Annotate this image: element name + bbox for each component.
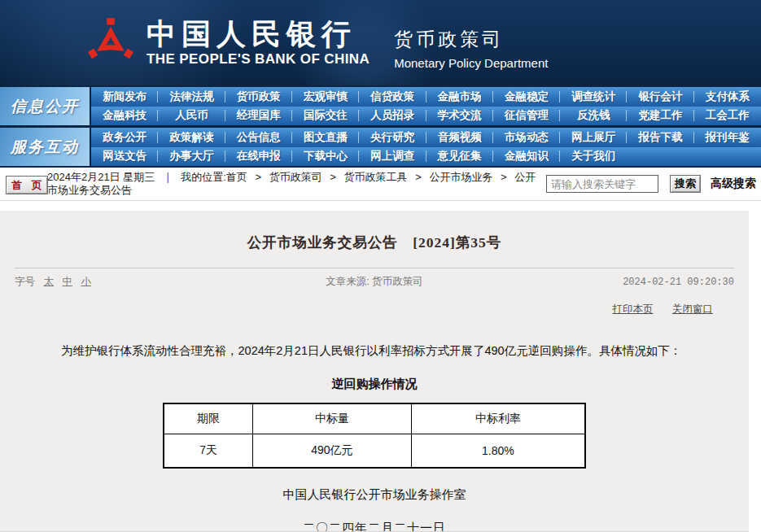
- font-size-medium-link[interactable]: 中: [62, 276, 72, 287]
- signature-date: 二〇二四年二月二十一日: [0, 521, 749, 532]
- breadcrumb-separator: >: [255, 171, 261, 183]
- breadcrumb: 2024年2月21日 星期三 ｜ 我的位置:首页 > 货币政策司 > 货币政策工…: [47, 171, 543, 197]
- nav-item-macroprudential[interactable]: 宏观审慎: [292, 87, 359, 107]
- nav-item-news[interactable]: 新闻发布: [91, 87, 158, 107]
- search-area: 搜索 高级搜索: [546, 175, 756, 193]
- nav-item-feedback[interactable]: 意见征集: [426, 147, 493, 167]
- page-title: 公开市场业务交易公告 [2024]第35号: [0, 211, 749, 252]
- nav-item-download-center[interactable]: 下载中心: [292, 147, 359, 167]
- nav-item-statistics[interactable]: 调查统计: [560, 87, 627, 107]
- nav-item-party-building[interactable]: 党建工作: [627, 107, 693, 126]
- site-banner: 中国人民银行 THE PEOPLE'S BANK OF CHINA 货币政策司 …: [0, 0, 761, 85]
- nav-item-credit-policy[interactable]: 信贷政策: [359, 87, 426, 107]
- nav-row: 金融科技 人民币 经理国库 国际交往 人员招录 学术交流 征信管理 反洗钱 党建…: [91, 107, 761, 126]
- col-header-term: 期限: [164, 403, 253, 434]
- col-header-rate: 中标利率: [411, 403, 585, 434]
- article-actions: 打印本页 关闭窗口: [0, 303, 713, 316]
- search-input[interactable]: [546, 175, 658, 193]
- table-header-row: 期限 中标量 中标利率: [164, 403, 585, 434]
- article-meta: 字号 太 中 小 文章来源: 货币政策司 2024-02-21 09:20:30: [15, 275, 734, 289]
- nav-item-financial-knowledge[interactable]: 金融知识: [493, 147, 560, 167]
- breadcrumb-link-dept[interactable]: 货币政策司: [269, 171, 322, 183]
- article-panel: 公开市场业务交易公告 [2024]第35号 字号 太 中 小 文章来源: 货币政…: [0, 211, 749, 531]
- nav-item-laws[interactable]: 法律法规: [158, 87, 225, 107]
- bank-name-en: THE PEOPLE'S BANK OF CHINA: [147, 51, 370, 68]
- nav-item-gov-affairs[interactable]: 政务公开: [91, 128, 158, 147]
- nav-item-monetary-policy[interactable]: 货币政策: [225, 87, 292, 107]
- nav-item-recruitment[interactable]: 人员招录: [359, 107, 426, 126]
- nav-item-audio-video[interactable]: 音频视频: [426, 128, 493, 147]
- font-size-small-link[interactable]: 小: [81, 276, 91, 287]
- nav-band-info-disclosure: 信息公开 新闻发布 法律法规 货币政策 宏观审慎 信贷政策 金融市场 金融稳定 …: [0, 87, 761, 125]
- nav-item-treasury[interactable]: 经理国库: [225, 107, 292, 126]
- nav-item-policy-interpretation[interactable]: 政策解读: [158, 128, 225, 147]
- nav-item-international[interactable]: 国际交往: [292, 107, 359, 126]
- nav-item-anti-money-laundering[interactable]: 反洗钱: [560, 107, 627, 126]
- nav-item-financial-stability[interactable]: 金融稳定: [493, 87, 560, 107]
- main-nav: 信息公开 新闻发布 法律法规 货币政策 宏观审慎 信贷政策 金融市场 金融稳定 …: [0, 85, 761, 168]
- font-size-large-link[interactable]: 太: [43, 276, 54, 287]
- page-body: 公开市场业务交易公告 [2024]第35号 字号 太 中 小 文章来源: 货币政…: [0, 201, 761, 532]
- article-datetime: 2024-02-21 09:20:30: [518, 277, 734, 288]
- breadcrumb-bar: 首 页 2024年2月21日 星期三 ｜ 我的位置:首页 > 货币政策司 > 货…: [0, 171, 761, 201]
- nav-item-credit-reporting[interactable]: 征信管理: [493, 107, 560, 126]
- nav-row: 新闻发布 法律法规 货币政策 宏观审慎 信贷政策 金融市场 金融稳定 调查统计 …: [91, 87, 761, 107]
- nav-item-renminbi[interactable]: 人民币: [158, 107, 225, 126]
- divider: [15, 268, 734, 268]
- breadcrumb-separator: >: [330, 171, 336, 183]
- advanced-search-link[interactable]: 高级搜索: [711, 177, 756, 191]
- nav-item-online-survey[interactable]: 网上调查: [359, 147, 426, 167]
- nav-band-services: 服务互动 政务公开 政策解读 公告信息 图文直播 央行研究 音频视频 市场动态 …: [0, 128, 761, 166]
- nav-row: 政务公开 政策解读 公告信息 图文直播 央行研究 音频视频 市场动态 网上展厅 …: [91, 128, 761, 147]
- nav-item-about-us[interactable]: 关于我们: [560, 147, 627, 167]
- breadcrumb-location-label: 我的位置:首页: [181, 171, 247, 183]
- nav-section-services[interactable]: 服务互动: [0, 128, 90, 166]
- col-header-volume: 中标量: [253, 403, 412, 434]
- cell-term: 7天: [164, 434, 253, 468]
- nav-item-fintech[interactable]: 金融科技: [91, 107, 158, 126]
- signature: 中国人民银行公开市场业务操作室: [0, 487, 749, 503]
- pboc-logo-icon: [86, 16, 135, 70]
- font-size-label: 字号: [15, 276, 35, 287]
- nav-item-live-broadcast[interactable]: 图文直播: [292, 128, 359, 147]
- table-row: 7天 490亿元 1.80%: [164, 434, 585, 468]
- current-date: 2024年2月21日 星期三: [47, 171, 155, 183]
- close-window-link[interactable]: 关闭窗口: [672, 303, 713, 315]
- nav-row: 网送文告 办事大厅 在线申报 下载中心 网上调查 意见征集 金融知识 关于我们: [91, 147, 761, 167]
- nav-item-announcements[interactable]: 公告信息: [225, 128, 292, 147]
- nav-item-financial-markets[interactable]: 金融市场: [426, 87, 493, 107]
- department-name-en: Monetary Policy Department: [394, 56, 548, 70]
- nav-item-document-delivery[interactable]: 网送文告: [91, 147, 158, 167]
- breadcrumb-separator: >: [501, 171, 507, 183]
- department-name-cn: 货币政策司: [394, 27, 548, 52]
- home-button[interactable]: 首 页: [6, 176, 48, 194]
- table-title: 逆回购操作情况: [0, 377, 749, 392]
- nav-item-labor-union[interactable]: 工会工作: [694, 107, 761, 126]
- nav-item-online-filing[interactable]: 在线申报: [225, 147, 292, 167]
- repo-operation-table: 期限 中标量 中标利率 7天 490亿元 1.80%: [163, 403, 586, 469]
- nav-item-bank-accounting[interactable]: 银行会计: [627, 87, 693, 107]
- nav-item-academic[interactable]: 学术交流: [426, 107, 493, 126]
- breadcrumb-link-open-market[interactable]: 公开市场业务: [429, 171, 492, 183]
- article-source: 文章来源: 货币政策司: [230, 275, 518, 289]
- nav-item-service-hall[interactable]: 办事大厅: [158, 147, 225, 167]
- nav-section-info-disclosure[interactable]: 信息公开: [0, 87, 90, 125]
- nav-item-report-download[interactable]: 报告下载: [627, 128, 693, 147]
- nav-item-research[interactable]: 央行研究: [359, 128, 426, 147]
- article-paragraph: 为维护银行体系流动性合理充裕，2024年2月21日人民银行以利率招标方式开展了4…: [37, 342, 711, 360]
- search-button[interactable]: 搜索: [670, 175, 701, 193]
- nav-item-payment-system[interactable]: 支付体系: [694, 87, 761, 107]
- breadcrumb-link-tools[interactable]: 货币政策工具: [344, 171, 408, 183]
- bank-name-cn: 中国人民银行: [147, 19, 370, 50]
- cell-volume: 490亿元: [253, 434, 412, 468]
- nav-item-periodicals[interactable]: 报刊年鉴: [694, 128, 761, 147]
- nav-item-market-trends[interactable]: 市场动态: [493, 128, 560, 147]
- cell-rate: 1.80%: [411, 434, 585, 468]
- divider: ｜: [163, 171, 173, 183]
- print-page-link[interactable]: 打印本页: [613, 303, 654, 315]
- nav-item-online-gallery[interactable]: 网上展厅: [560, 128, 627, 147]
- breadcrumb-separator: >: [415, 171, 422, 183]
